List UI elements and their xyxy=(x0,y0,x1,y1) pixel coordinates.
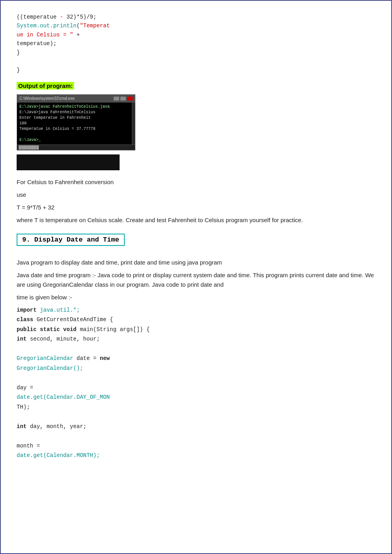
code-line-4: temperatue); xyxy=(17,39,375,48)
code-line-5: } xyxy=(17,48,375,57)
terminal-window: C:\Windows\system32\cmd.exe E:\Java>java… xyxy=(17,94,135,150)
java-line-blank-3 xyxy=(17,412,375,422)
gregcal-constructor: GregorianCalendar(); xyxy=(17,365,83,371)
code-line-7: } xyxy=(17,66,375,74)
page-container: ((temperatue - 32)*5)/9; System.out.prin… xyxy=(0,0,392,554)
terminal-maximize-btn[interactable] xyxy=(120,97,126,101)
output-label: Output of program: xyxy=(17,82,74,89)
terminal-line-3: Enter temperatue in Fahrenheit xyxy=(19,115,129,121)
java-line-blank-2 xyxy=(17,373,375,383)
conversion-line2: use xyxy=(17,190,375,200)
terminal-scrollbar[interactable] xyxy=(132,103,135,145)
java-line-blank-4 xyxy=(17,431,375,441)
terminal-line-5: Temperatue in Celsius = 37.77778 xyxy=(19,126,129,132)
main-signature: main(String args[]) { xyxy=(80,326,150,333)
terminal-line-6 xyxy=(19,132,129,137)
java-line-main: public static void main(String args[]) { xyxy=(17,325,375,335)
gregcal-type: GregorianCalendar xyxy=(17,355,73,362)
java-line-day-assign: day = xyxy=(17,383,375,393)
terminal-title: C:\Windows\system32\cmd.exe xyxy=(19,96,75,101)
section-heading-wrapper: 9. Display Date and Time xyxy=(17,232,375,252)
section-heading: 9. Display Date and Time xyxy=(17,234,125,246)
java-line-day-end: TH); xyxy=(17,402,375,412)
java-line-blank-1 xyxy=(17,344,375,354)
month-assign-text: month = xyxy=(17,443,40,449)
java-line-month-get: date.get(Calendar.MONTH); xyxy=(17,451,375,461)
day-get-call: date.get(Calendar.DAY_OF_MON xyxy=(17,394,110,400)
code-line-1: ((temperatue - 32)*5)/9; xyxy=(17,13,375,21)
kw-int-2: int xyxy=(17,423,27,430)
month-get-call: date.get(Calendar.MONTH); xyxy=(17,452,100,459)
terminal-footer: ████████ xyxy=(17,145,135,150)
intro-line1: Java program to display date and time, p… xyxy=(17,258,375,267)
terminal-close-btn[interactable] xyxy=(127,97,133,101)
conversion-line4: where T is temperature on Celsius scale.… xyxy=(17,215,375,225)
java-line-day-get: date.get(Calendar.DAY_OF_MON xyxy=(17,392,375,402)
kw-int-1: int xyxy=(17,336,27,342)
terminal-body: E:\Java>javac FahrenheitToCelsius.java E… xyxy=(17,103,132,145)
kw-class: class xyxy=(17,316,33,323)
java-code-section: import java.util.*; class GetCurrentDate… xyxy=(17,305,375,461)
import-path: java.util.*; xyxy=(40,307,80,313)
gregcal-var: date = xyxy=(76,355,100,362)
terminal-line-1: E:\Java>javac FahrenheitToCelsius.java xyxy=(19,104,129,110)
black-bar-decoration xyxy=(17,154,120,170)
terminal-buttons xyxy=(114,97,133,101)
java-line-gregcal-init: GregorianCalendar(); xyxy=(17,364,375,373)
day-assign-text: day = xyxy=(17,385,33,391)
class-name: GetCurrentDateAndTime { xyxy=(36,316,113,323)
java-line-import: import java.util.*; xyxy=(17,305,375,315)
output-label-wrapper: Output of program: xyxy=(17,82,375,92)
conversion-line1: For Celsius to Fahrenheit conversion xyxy=(17,177,375,187)
java-line-class: class GetCurrentDateAndTime { xyxy=(17,315,375,325)
intro-line3-text: time is given below :- xyxy=(17,294,72,301)
java-line-month-assign: month = xyxy=(17,441,375,451)
top-code-block: ((temperatue - 32)*5)/9; System.out.prin… xyxy=(17,13,375,75)
code-line-6 xyxy=(17,57,375,66)
terminal-body-wrapper: E:\Java>javac FahrenheitToCelsius.java E… xyxy=(17,103,135,145)
terminal-minimize-btn[interactable] xyxy=(114,97,119,101)
terminal-line-2: E:\Java>java FahrenheitToCelsius xyxy=(19,110,129,115)
int-day-vars: day, month, year; xyxy=(30,423,87,430)
terminal-footer-text: ████████ xyxy=(19,145,39,149)
kw-new: new xyxy=(100,355,110,362)
intro-line2: Java date and time program :- Java code … xyxy=(17,270,375,289)
java-line-int-day: int day, month, year; xyxy=(17,422,375,432)
day-end-text: TH); xyxy=(17,404,30,410)
conversion-line3: T = 9*T/5 + 32 xyxy=(17,203,375,212)
int-vars: second, minute, hour; xyxy=(30,336,100,342)
terminal-titlebar: C:\Windows\system32\cmd.exe xyxy=(17,95,135,103)
terminal-line-7: E:\Java>_ xyxy=(19,137,129,143)
kw-import: import xyxy=(17,307,36,313)
terminal-line-4: 100 xyxy=(19,121,129,126)
intro-line3: time is given below :- xyxy=(17,293,375,302)
code-line-3: ue in Celsius = " + xyxy=(17,30,375,39)
java-line-int-decl: int second, minute, hour; xyxy=(17,334,375,344)
code-line-2: System.out.println("Temperat xyxy=(17,21,375,30)
java-line-gregcal-decl: GregorianCalendar date = new xyxy=(17,354,375,364)
kw-public-static-void: public static void xyxy=(17,326,76,333)
